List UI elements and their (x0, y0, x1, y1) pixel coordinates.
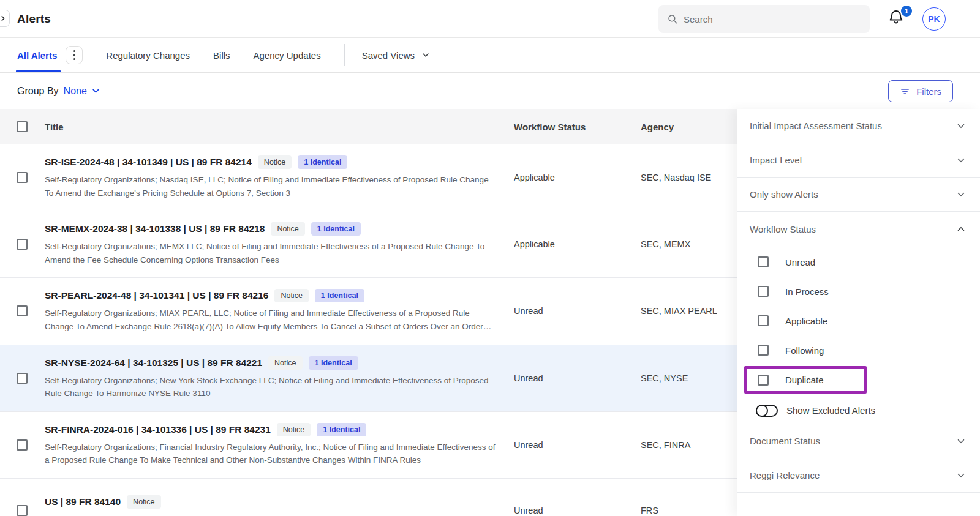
identical-badge[interactable]: 1 Identical (311, 222, 361, 236)
alert-title: SR-MEMX-2024-38 | 34-101338 | US | 89 FR… (45, 223, 265, 234)
notice-badge: Notice (274, 289, 308, 302)
duplicate-option-highlight-annotation: Duplicate (744, 366, 867, 394)
tab-options-kebab-button[interactable] (66, 46, 83, 64)
notification-count-badge: 1 (901, 6, 912, 17)
workflow-status-cell: Unread (514, 440, 641, 450)
toggle-switch-off[interactable] (756, 405, 778, 417)
kebab-icon (74, 50, 76, 53)
notice-badge: Notice (258, 155, 292, 169)
workflow-status-cell: Unread (514, 373, 641, 383)
search-input[interactable] (684, 14, 861, 24)
tab-all-alerts[interactable]: All Alerts (17, 39, 57, 72)
row-checkbox[interactable] (17, 373, 28, 384)
group-by-label: Group By (17, 86, 59, 97)
unread-checkbox[interactable] (758, 256, 769, 267)
filter-section-only-show-alerts[interactable]: Only show Alerts (737, 178, 980, 212)
tab-regulatory-changes[interactable]: Regulatory Changes (106, 39, 190, 72)
notice-badge: Notice (277, 423, 311, 436)
chevron-down-icon (956, 189, 967, 200)
alert-title: SR-NYSE-2024-64 | 34-101325 | US | 89 FR… (45, 357, 262, 368)
page-title: Alerts (17, 12, 51, 26)
filter-section-label: Impact Level (750, 155, 802, 165)
filter-section-reggi-relevance[interactable]: Reggi Relevance (737, 458, 980, 493)
workflow-status-options: Unread In Process Applicable Following D… (737, 246, 980, 397)
expand-sidebar-button[interactable] (0, 10, 10, 27)
workflow-status-cell: Applicable (514, 239, 641, 249)
filter-section-workflow-status[interactable]: Workflow Status (737, 212, 980, 246)
filter-option-duplicate[interactable]: Duplicate (758, 369, 864, 391)
chevron-down-icon (956, 155, 967, 166)
row-checkbox[interactable] (17, 239, 28, 250)
filter-option-applicable[interactable]: Applicable (758, 306, 980, 335)
notice-badge: Notice (268, 356, 302, 370)
filter-option-following[interactable]: Following (758, 335, 980, 365)
applicable-checkbox[interactable] (758, 315, 769, 326)
filter-option-label: Following (785, 345, 824, 356)
notice-badge: Notice (127, 495, 160, 509)
chevron-down-icon (91, 86, 101, 96)
saved-views-dropdown[interactable]: Saved Views (362, 50, 431, 61)
group-by-value: None (64, 86, 87, 97)
filters-button[interactable]: Filters (888, 80, 953, 102)
workflow-status-cell: Unread (514, 306, 641, 316)
notifications-button[interactable]: 1 (888, 8, 908, 30)
filter-option-label: Duplicate (785, 375, 824, 385)
group-by-dropdown[interactable]: None (64, 86, 101, 97)
filter-section-label: Document Status (750, 436, 820, 446)
filters-label: Filters (916, 86, 941, 97)
filter-section-impact-level[interactable]: Impact Level (737, 143, 980, 178)
filter-option-label: Unread (785, 257, 815, 267)
saved-views-label: Saved Views (362, 50, 415, 61)
row-checkbox[interactable] (17, 505, 28, 516)
select-all-checkbox[interactable] (17, 121, 28, 132)
tab-agency-updates[interactable]: Agency Updates (254, 39, 321, 72)
search-box[interactable] (658, 5, 870, 33)
filter-option-label: In Process (785, 286, 829, 297)
tab-divider (448, 44, 448, 66)
search-icon (667, 13, 678, 24)
identical-badge[interactable]: 1 Identical (309, 356, 358, 370)
alert-description: Self-Regulatory Organizations; Financial… (45, 441, 496, 467)
filter-section-label: Only show Alerts (750, 189, 818, 200)
in-process-checkbox[interactable] (758, 286, 769, 297)
row-checkbox[interactable] (17, 305, 28, 316)
row-checkbox[interactable] (17, 439, 28, 451)
alert-description: Self-Regulatory Organizations; MIAX PEAR… (45, 307, 496, 333)
chevron-down-icon (956, 470, 967, 481)
alerts-tab-bar: All Alerts Regulatory Changes Bills Agen… (0, 38, 980, 73)
toggle-knob (756, 405, 768, 417)
chevron-down-icon (421, 50, 431, 60)
alert-title: SR-ISE-2024-48 | 34-101349 | US | 89 FR … (45, 157, 252, 168)
filter-section-initial-impact-assessment-status[interactable]: Initial Impact Assessment Status (737, 109, 980, 143)
alert-description: Self-Regulatory Organizations; Nasdaq IS… (45, 173, 496, 200)
list-toolbar: Group By None Filters (0, 73, 980, 109)
filter-option-label: Applicable (785, 316, 827, 326)
workflow-status-cell: Applicable (514, 173, 641, 182)
tab-divider (344, 44, 345, 66)
chevron-up-icon (956, 223, 967, 234)
user-avatar[interactable]: PK (922, 7, 946, 31)
show-excluded-alerts-toggle-row[interactable]: Show Excluded Alerts (737, 397, 980, 424)
alert-description: Self-Regulatory Organizations; MEMX LLC;… (45, 240, 496, 266)
filter-option-in-process[interactable]: In Process (758, 277, 980, 306)
filter-section-label: Reggi Relevance (750, 470, 820, 480)
filter-option-unread[interactable]: Unread (758, 247, 980, 277)
alert-title: SR-FINRA-2024-016 | 34-101336 | US | 89 … (45, 424, 271, 435)
identical-badge[interactable]: 1 Identical (315, 289, 364, 302)
tab-bills[interactable]: Bills (213, 39, 230, 72)
column-header-workflow-status: Workflow Status (514, 122, 641, 132)
alert-description: Self-Regulatory Organizations; New York … (45, 374, 496, 400)
following-checkbox[interactable] (758, 345, 769, 356)
duplicate-checkbox[interactable] (758, 375, 769, 386)
notice-badge: Notice (271, 222, 304, 236)
alert-title: SR-PEARL-2024-48 | 34-101341 | US | 89 F… (45, 290, 268, 301)
filter-section-label: Initial Impact Assessment Status (750, 121, 882, 131)
filter-panel: Initial Impact Assessment Status Impact … (737, 109, 980, 516)
row-checkbox[interactable] (17, 172, 28, 183)
toggle-label: Show Excluded Alerts (786, 405, 875, 416)
identical-badge[interactable]: 1 Identical (317, 423, 366, 436)
identical-badge[interactable]: 1 Identical (298, 155, 347, 169)
chevron-down-icon (956, 436, 967, 447)
filter-section-document-status[interactable]: Document Status (737, 424, 980, 458)
top-header: Alerts 1 PK (0, 0, 980, 38)
